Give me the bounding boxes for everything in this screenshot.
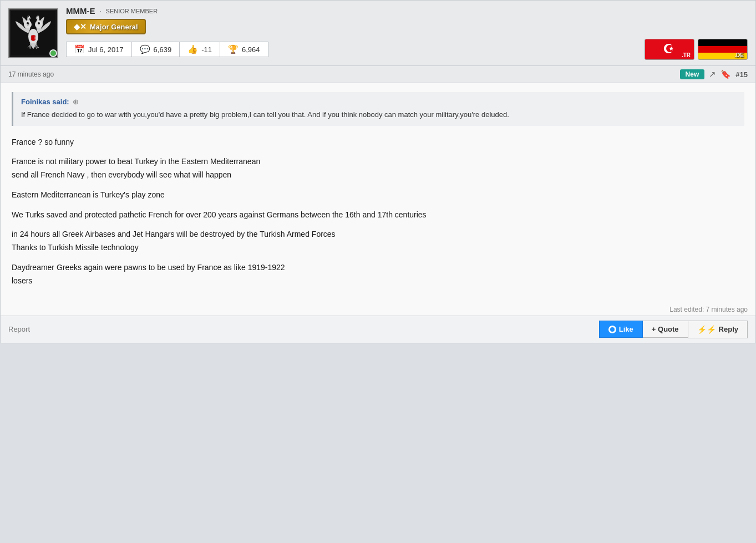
reaction-value: -11: [201, 45, 212, 54]
like-circle-icon: [608, 325, 616, 333]
reply-button[interactable]: ⚡⚡ Reply: [688, 321, 748, 338]
report-link[interactable]: Report: [8, 325, 30, 333]
flag-tr-text: .TR: [682, 52, 691, 58]
svg-text:☽: ☽: [32, 36, 35, 40]
content-line-2: France is not military power to beat Tur…: [12, 155, 744, 182]
message-icon: 💬: [140, 44, 150, 54]
post-number: #15: [735, 70, 748, 79]
footer-actions: Like + Quote ⚡⚡ Reply: [599, 321, 748, 338]
crescent-icon: ☪: [663, 42, 674, 57]
join-date-value: Jul 6, 2017: [88, 45, 124, 54]
rank-title: SENIOR MEMBER: [106, 8, 158, 14]
points-value: 6,964: [242, 45, 260, 54]
share-icon[interactable]: ↗: [709, 69, 716, 79]
bookmark-icon[interactable]: 🔖: [721, 69, 731, 79]
meta-actions: New ↗ 🔖 #15: [680, 69, 748, 79]
content-line-4: We Turks saved and protected pathetic Fr…: [12, 209, 744, 222]
quote-text: If France decided to go to war with you,…: [21, 109, 737, 120]
flag-de-text: .DE: [734, 52, 744, 58]
stat-messages: 💬 6,639: [132, 42, 180, 57]
rank-label: ◆✕ Major General: [66, 19, 146, 34]
content-line-1: France ? so funny: [12, 136, 744, 149]
stat-reaction: 👍 -11: [180, 42, 220, 57]
quote-expand-icon[interactable]: ⊕: [73, 98, 79, 106]
like-button[interactable]: Like: [599, 321, 643, 338]
messages-value: 6,639: [154, 45, 172, 54]
content-line-6: Daydreamer Greeks again were pawns to be…: [12, 261, 744, 288]
reply-label: Reply: [719, 325, 738, 333]
username[interactable]: MMM-E: [66, 6, 95, 16]
new-badge: New: [680, 69, 705, 79]
username-row: MMM-E · SENIOR MEMBER: [66, 6, 748, 16]
post-footer: Report Like + Quote ⚡⚡ Reply: [1, 316, 755, 343]
svg-point-5: [27, 22, 29, 24]
stat-points: 🏆 6,964: [220, 42, 268, 57]
avatar-image: ☽ ☽: [11, 11, 55, 55]
user-info: MMM-E · SENIOR MEMBER ◆✕ Major General 📅…: [66, 6, 748, 60]
timestamp: 17 minutes ago: [8, 70, 54, 78]
post-meta: 17 minutes ago New ↗ 🔖 #15: [1, 66, 755, 83]
rank-separator: ·: [100, 8, 102, 14]
rank-x-left-icon: ◆✕: [74, 22, 87, 31]
quote-author-link[interactable]: Foinikas said:: [21, 98, 69, 106]
quote-author-row: Foinikas said: ⊕: [21, 98, 737, 106]
post-container: ☽ ☽ MMM-E · SEN: [0, 0, 756, 343]
calendar-icon: 📅: [74, 44, 85, 54]
like-icon-dot: [610, 327, 615, 332]
flag-germany: .DE: [698, 39, 748, 60]
quote-button[interactable]: + Quote: [643, 321, 688, 338]
content-line-3: Eastern Mediterranean is Turkey's play z…: [12, 189, 744, 202]
last-edited: Last edited: 7 minutes ago: [1, 303, 755, 316]
post-body: Foinikas said: ⊕ If France decided to go…: [1, 83, 755, 303]
like-label: Like: [619, 325, 633, 333]
content-line-5: in 24 hours all Greek Airbases and Jet H…: [12, 228, 744, 255]
stats-row: 📅 Jul 6, 2017 💬 6,639 👍 -11 🏆 6,964: [66, 39, 748, 60]
flag-turkey: ☪ .TR: [645, 39, 694, 60]
rank-label-text: Major General: [90, 23, 138, 31]
flags-row: ☪ .TR .DE: [645, 39, 748, 60]
post-content: France ? so funny France is not military…: [12, 136, 744, 288]
svg-point-6: [38, 22, 40, 24]
stat-join-date: 📅 Jul 6, 2017: [66, 42, 132, 57]
trophy-icon: 🏆: [228, 44, 239, 54]
avatar-wrapper: ☽ ☽: [8, 8, 58, 58]
quote-block: Foinikas said: ⊕ If France decided to go…: [12, 92, 744, 126]
post-header: ☽ ☽ MMM-E · SEN: [1, 1, 755, 66]
online-indicator: [49, 49, 57, 57]
like-icon-inner: [608, 326, 616, 333]
quote-label: + Quote: [652, 325, 679, 333]
thumbs-up-icon: 👍: [187, 44, 198, 54]
reply-icon: ⚡⚡: [697, 325, 716, 334]
